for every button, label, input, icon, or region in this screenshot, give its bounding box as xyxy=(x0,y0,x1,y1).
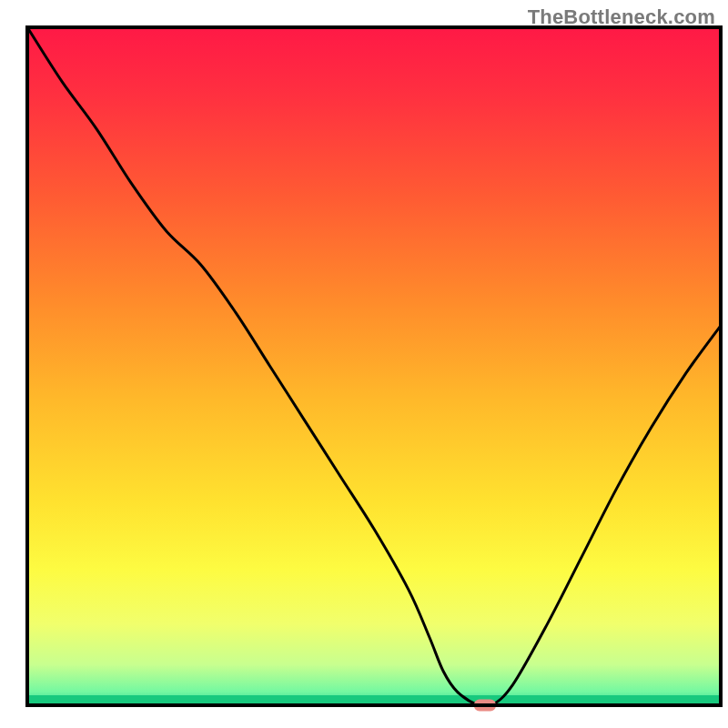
chart-container: TheBottleneck.com xyxy=(0,0,728,728)
chart-svg xyxy=(0,0,728,728)
watermark-text: TheBottleneck.com xyxy=(528,5,715,29)
plot-background xyxy=(27,27,721,705)
